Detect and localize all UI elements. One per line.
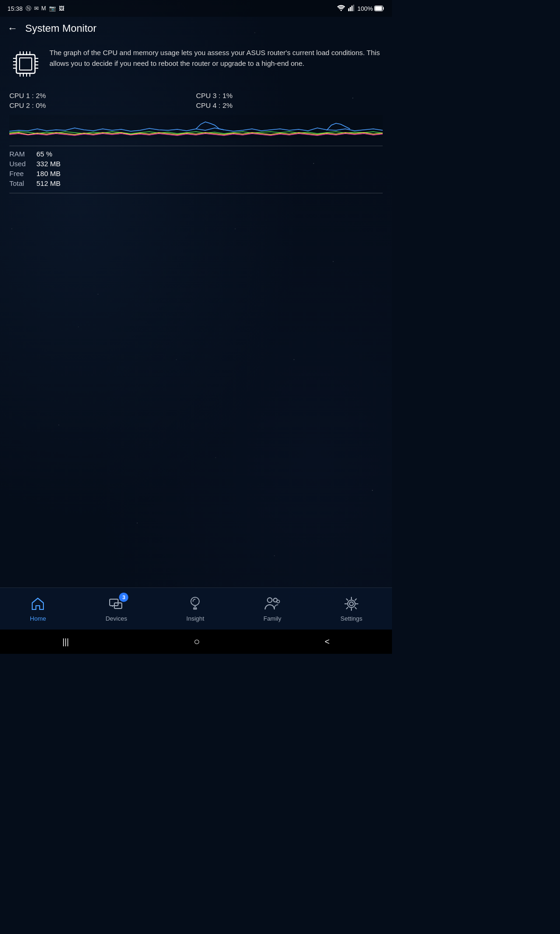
ram-free-value: 180 MB: [36, 170, 61, 177]
ram-percent-value: 65 %: [36, 150, 52, 158]
info-section: The graph of the CPU and memory usage le…: [9, 48, 383, 80]
cpu-graph: [9, 115, 383, 138]
devices-nav-icon: 3: [108, 595, 125, 612]
page-title: System Monitor: [25, 22, 97, 35]
svg-rect-4: [353, 5, 354, 11]
cpu1-stat: CPU 1 : 2%: [9, 92, 196, 99]
wifi-icon: [337, 5, 345, 13]
back-system-button[interactable]: <: [325, 637, 330, 647]
nav-home-label: Home: [30, 615, 46, 622]
ram-percent-row: RAM 65 %: [9, 150, 383, 158]
nav-settings-label: Settings: [341, 615, 363, 622]
ram-free-row: Free 180 MB: [9, 170, 383, 177]
nav-family-label: Family: [263, 615, 281, 622]
svg-rect-1: [348, 8, 350, 11]
ram-used-label: Used: [9, 160, 33, 168]
battery-display: 100%: [357, 5, 385, 12]
notif-icon-n: Ⓝ: [26, 5, 31, 13]
nav-home[interactable]: Home: [24, 592, 52, 626]
ram-content-divider: [9, 193, 383, 193]
nav-family[interactable]: Family: [258, 592, 287, 626]
svg-point-0: [340, 9, 342, 11]
svg-point-29: [191, 597, 200, 606]
nav-devices-label: Devices: [105, 615, 127, 622]
nav-insight-label: Insight: [186, 615, 204, 622]
cpu-stats-grid: CPU 1 : 2% CPU 3 : 1% CPU 2 : 0% CPU 4 :…: [9, 92, 383, 109]
info-description: The graph of the CPU and memory usage le…: [49, 48, 383, 69]
time-display: 15:38: [7, 5, 23, 12]
notif-icon-img: 🖼: [59, 5, 64, 12]
cpu4-stat: CPU 4 : 2%: [196, 101, 383, 109]
nav-insight[interactable]: Insight: [181, 592, 210, 626]
cpu3-stat: CPU 3 : 1%: [196, 92, 383, 99]
ram-total-row: Total 512 MB: [9, 179, 383, 187]
notif-icon-msg: ✉: [34, 5, 39, 12]
status-right: 100%: [337, 5, 385, 13]
ram-used-value: 332 MB: [36, 160, 61, 168]
cpu2-stat: CPU 2 : 0%: [9, 101, 196, 109]
settings-nav-icon: [343, 595, 360, 612]
ram-label: RAM: [9, 150, 33, 158]
nav-settings[interactable]: Settings: [335, 592, 368, 626]
main-content: The graph of the CPU and memory usage le…: [0, 40, 392, 205]
svg-rect-8: [20, 58, 32, 70]
notif-icon-cam: 📷: [49, 5, 56, 12]
svg-point-33: [267, 598, 272, 602]
system-bar: ||| ○ <: [0, 630, 392, 654]
svg-rect-2: [350, 7, 351, 11]
ram-total-value: 512 MB: [36, 179, 61, 187]
svg-point-36: [350, 602, 353, 606]
nav-devices[interactable]: 3 Devices: [100, 592, 133, 626]
back-button[interactable]: ←: [7, 22, 18, 35]
ram-stats: RAM 65 % Used 332 MB Free 180 MB Total 5…: [9, 150, 383, 187]
page-header: ← System Monitor: [0, 17, 392, 40]
ram-used-row: Used 332 MB: [9, 160, 383, 168]
cpu-chip-icon: [9, 48, 42, 80]
bottom-navigation: Home 3 Devices Insight: [0, 587, 392, 630]
family-nav-icon: [264, 595, 281, 612]
svg-rect-3: [351, 6, 353, 11]
svg-point-37: [348, 600, 355, 608]
graph-ram-divider: [9, 146, 383, 146]
ram-total-label: Total: [9, 179, 33, 187]
home-button[interactable]: ○: [194, 636, 200, 648]
home-nav-icon: [29, 595, 46, 612]
status-bar: 15:38 Ⓝ ✉ M 📷 🖼 100%: [0, 0, 392, 17]
status-left: 15:38 Ⓝ ✉ M 📷 🖼: [7, 5, 64, 13]
notif-icon-m: M: [42, 5, 46, 12]
menu-button[interactable]: |||: [63, 637, 69, 647]
signal-icon: [348, 5, 355, 13]
svg-rect-31: [194, 609, 197, 609]
ram-free-label: Free: [9, 170, 33, 177]
devices-badge: 3: [119, 593, 128, 602]
insight-nav-icon: [187, 595, 203, 612]
svg-rect-6: [375, 7, 382, 11]
